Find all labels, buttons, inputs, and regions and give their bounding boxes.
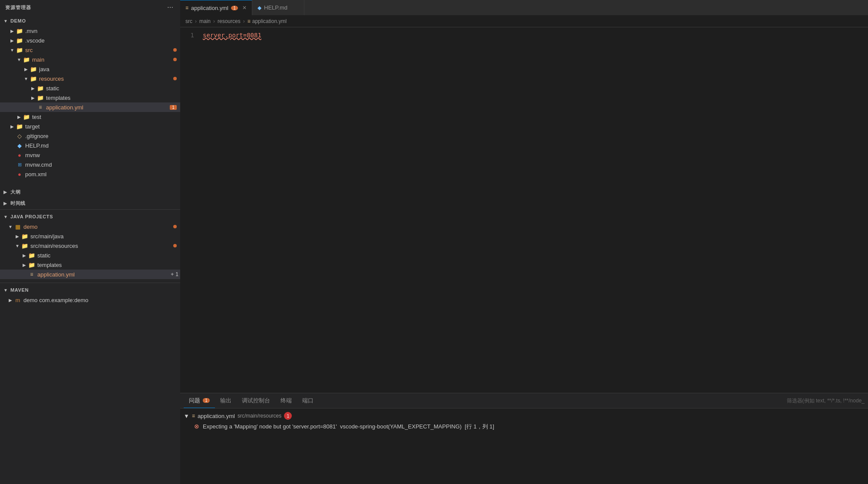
tab-help-label: HELP.md bbox=[264, 4, 287, 11]
tree-item-java[interactable]: ▶ 📁 java bbox=[0, 64, 180, 74]
more-actions-button[interactable]: ⋯ bbox=[165, 3, 175, 11]
section-maven[interactable]: ▼ MAVEN bbox=[0, 284, 180, 295]
maven-demo-icon: m bbox=[14, 297, 22, 303]
panel-tab-terminal[interactable]: 终端 bbox=[275, 393, 297, 408]
tree-item-mvn[interactable]: ▶ 📁 .mvn bbox=[0, 26, 180, 36]
java-projects-chevron: ▼ bbox=[3, 214, 9, 219]
pg-count: 1 bbox=[284, 412, 292, 420]
maven-chevron: ▼ bbox=[3, 288, 9, 293]
tree-item-jp-demo[interactable]: ▼ ▦ demo bbox=[0, 222, 180, 231]
timeline-chevron: ▶ bbox=[3, 201, 9, 206]
templates-chevron: ▶ bbox=[30, 95, 36, 100]
problem-item-1[interactable]: ⊗ Expecting a 'Mapping' node but got 'se… bbox=[180, 421, 868, 432]
jp-smr-chevron: ▼ bbox=[14, 244, 21, 248]
section-outline[interactable]: ▶ 大纲 bbox=[0, 186, 180, 197]
jp-smj-label: src/main/java bbox=[30, 233, 180, 240]
code-content-1: server.port=8081 bbox=[203, 31, 261, 40]
tree-item-application-yml[interactable]: ≡ application.yml 1 bbox=[0, 102, 180, 112]
mvn-label: .mvn bbox=[25, 28, 180, 34]
application-yml-label: application.yml bbox=[46, 104, 170, 111]
terminal-tab-label: 终端 bbox=[281, 397, 292, 405]
tree-item-static[interactable]: ▶ 📁 static bbox=[0, 83, 180, 93]
tab-help-md[interactable]: ◆ HELP.md bbox=[252, 0, 304, 15]
folder-icon: 📁 bbox=[16, 123, 23, 130]
bc-resources[interactable]: resources bbox=[218, 18, 241, 24]
section-timeline[interactable]: ▶ 时间线 bbox=[0, 197, 180, 208]
pg-file-icon: ≡ bbox=[192, 413, 195, 419]
tree-item-jp-src-main-java[interactable]: ▶ 📁 src/main/java bbox=[0, 231, 180, 241]
main-chevron: ▼ bbox=[16, 57, 23, 62]
section-java-projects[interactable]: ▼ JAVA PROJECTS bbox=[0, 211, 180, 222]
target-label: target bbox=[25, 123, 180, 130]
panel-filter: 筛选器(例如 text, **/*.ts, !**/node_ bbox=[787, 397, 865, 405]
tree-item-mvnw[interactable]: ● mvnw bbox=[0, 150, 180, 160]
jp-templates-icon: 📁 bbox=[28, 262, 36, 268]
tree-item-maven-demo[interactable]: ▶ m demo com.example:demo bbox=[0, 295, 180, 305]
line-number-1: 1 bbox=[180, 31, 194, 40]
tree-item-main[interactable]: ▼ 📁 main bbox=[0, 55, 180, 64]
jp-templates-chevron: ▶ bbox=[21, 263, 28, 267]
tree-item-pom-xml[interactable]: ● pom.xml bbox=[0, 169, 180, 179]
pg-chevron: ▼ bbox=[184, 413, 189, 419]
bc-sep2: › bbox=[213, 18, 215, 24]
tree-item-jp-static[interactable]: ▶ 📁 static bbox=[0, 250, 180, 260]
gitignore-icon: ◇ bbox=[16, 133, 23, 139]
tree-item-src[interactable]: ▼ 📁 src bbox=[0, 45, 180, 55]
jp-demo-dot bbox=[173, 225, 177, 228]
panel-tab-debug[interactable]: 调试控制台 bbox=[237, 393, 275, 408]
jp-demo-icon: ▦ bbox=[14, 224, 22, 230]
panel-tab-output[interactable]: 输出 bbox=[215, 393, 237, 408]
tree-item-jp-templates[interactable]: ▶ 📁 templates bbox=[0, 260, 180, 270]
bc-current: ≡ application.yml bbox=[248, 18, 287, 24]
resources-modified-dot bbox=[173, 77, 177, 80]
line-numbers: 1 bbox=[180, 31, 201, 393]
timeline-label: 时间线 bbox=[10, 200, 26, 207]
folder-icon: 📁 bbox=[16, 28, 23, 34]
static-chevron: ▶ bbox=[30, 86, 36, 91]
panel-tab-port[interactable]: 端口 bbox=[297, 393, 319, 408]
tree-item-test[interactable]: ▶ 📁 test bbox=[0, 112, 180, 122]
editor-area: 1 server.port=8081 bbox=[180, 27, 868, 393]
yml-icon: ≡ bbox=[36, 104, 44, 110]
demo-chevron: ▼ bbox=[3, 19, 9, 23]
problem-group-yml[interactable]: ▼ ≡ application.yml src/main/resources 1 bbox=[180, 410, 868, 421]
bc-src[interactable]: src bbox=[185, 18, 192, 24]
jp-templates-label: templates bbox=[37, 262, 180, 268]
folder-icon: 📁 bbox=[23, 114, 30, 120]
jp-static-label: static bbox=[37, 252, 180, 259]
panel-tab-problems[interactable]: 问题 1 bbox=[184, 393, 215, 408]
tree-item-gitignore[interactable]: ◇ .gitignore bbox=[0, 131, 180, 141]
panel-area: 问题 1 输出 调试控制台 终端 端口 筛选器(例如 text, **/*.ts… bbox=[180, 393, 868, 484]
problems-count-badge: 1 bbox=[203, 398, 210, 403]
src-label: src bbox=[25, 47, 173, 53]
static-label: static bbox=[46, 85, 180, 92]
outline-label: 大纲 bbox=[10, 189, 20, 195]
tree-item-jp-application-yml[interactable]: ≡ application.yml + 1 bbox=[0, 270, 180, 279]
pom-icon: ● bbox=[16, 171, 23, 178]
editor-content[interactable]: 1 server.port=8081 bbox=[180, 27, 868, 393]
main-area: ≡ application.yml 1 ✕ ◆ HELP.md src › ma… bbox=[180, 0, 868, 484]
tab-yml-close[interactable]: ✕ bbox=[242, 5, 247, 11]
jp-static-icon: 📁 bbox=[28, 252, 36, 259]
tab-bar: ≡ application.yml 1 ✕ ◆ HELP.md bbox=[180, 0, 868, 15]
pom-xml-label: pom.xml bbox=[25, 171, 180, 178]
bc-main[interactable]: main bbox=[199, 18, 211, 24]
code-lines[interactable]: server.port=8081 bbox=[201, 31, 868, 393]
tab-yml-label: application.yml bbox=[191, 5, 228, 11]
tree-item-resources[interactable]: ▼ 📁 resources bbox=[0, 74, 180, 83]
tree-item-jp-src-main-resources[interactable]: ▼ 📁 src/main/resources bbox=[0, 241, 180, 250]
tree-item-templates[interactable]: ▶ 📁 templates bbox=[0, 93, 180, 102]
mvnw-icon: ● bbox=[16, 152, 23, 158]
vscode-label: .vscode bbox=[25, 37, 180, 44]
tree-item-target[interactable]: ▶ 📁 target bbox=[0, 122, 180, 131]
filter-text: 筛选器(例如 text, **/*.ts, !**/node_ bbox=[787, 398, 865, 404]
target-chevron: ▶ bbox=[9, 124, 16, 129]
bc-yml-name: application.yml bbox=[252, 18, 287, 24]
folder-icon: 📁 bbox=[30, 76, 37, 82]
tree-item-help-md[interactable]: ◆ HELP.md bbox=[0, 141, 180, 150]
tree-item-mvnw-cmd[interactable]: ⊞ mvnw.cmd bbox=[0, 160, 180, 169]
section-demo[interactable]: ▼ DEMO bbox=[0, 15, 180, 26]
tab-application-yml[interactable]: ≡ application.yml 1 ✕ bbox=[180, 0, 252, 15]
folder-icon: 📁 bbox=[30, 66, 37, 72]
tree-item-vscode[interactable]: ▶ 📁 .vscode bbox=[0, 36, 180, 45]
